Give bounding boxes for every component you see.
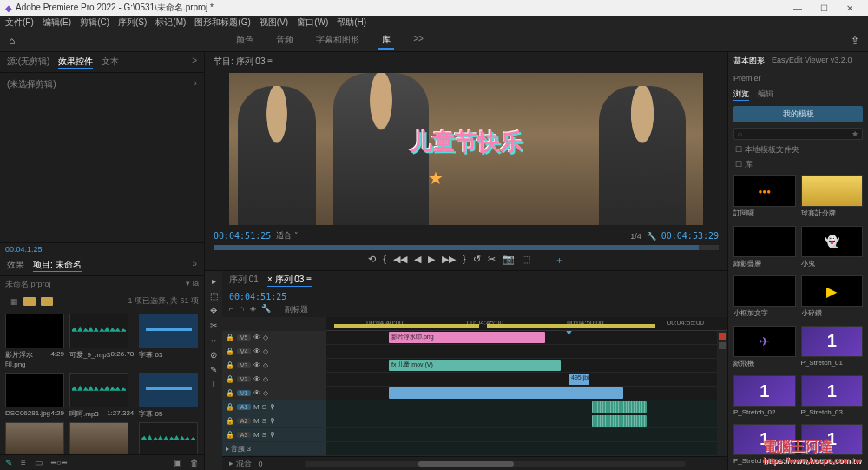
tab-essential-graphics[interactable]: 基本图形 (733, 56, 765, 67)
template-item[interactable]: 👻小鬼 (801, 226, 864, 271)
go-in-icon[interactable]: { (383, 254, 386, 267)
menu-window[interactable]: 窗口(W) (297, 17, 328, 29)
program-tc-left[interactable]: 00:04:51:25 (214, 231, 271, 241)
track-a2[interactable] (326, 414, 717, 428)
project-item[interactable]: 序列 034:53.29 (5, 422, 64, 454)
workspace-libraries[interactable]: 库 (378, 32, 394, 50)
bin-icon[interactable] (41, 297, 53, 306)
my-templates-banner[interactable]: 我的模板 (733, 106, 863, 122)
project-item[interactable]: 影片浮水印.png4:29 (5, 314, 64, 369)
list-view-icon[interactable]: ≡ (21, 458, 26, 467)
project-item[interactable]: 字幕 055:00 (139, 373, 204, 419)
template-item[interactable]: 1P_Stretch_02 (733, 375, 796, 419)
new-bin-icon[interactable]: ▣ (174, 458, 181, 467)
template-item[interactable]: 1P_Stretch_01 (801, 326, 864, 371)
export-frame-icon[interactable]: 📷 (503, 254, 515, 267)
menu-sequence[interactable]: 序列(S) (118, 17, 147, 29)
workspace-color[interactable]: 颜色 (233, 32, 257, 50)
play-icon[interactable]: ▶ (428, 254, 435, 267)
menu-help[interactable]: 帮助(H) (337, 17, 366, 29)
settings-wrench-icon[interactable]: 🔧 (261, 304, 271, 315)
track-header-v2[interactable]: 🔒V2👁◇ (222, 373, 326, 387)
chevron-right-icon[interactable]: › (194, 78, 197, 88)
search-icon[interactable]: ıa (192, 279, 199, 288)
timeline-tab-seq01[interactable]: 序列 01 (229, 274, 259, 287)
workspace-more[interactable]: >> (410, 32, 427, 50)
track-header-v1[interactable]: 🔒V1👁◇ (222, 387, 326, 400)
clip[interactable] (592, 401, 647, 413)
new-item-icon[interactable]: ✎ (5, 458, 12, 467)
home-icon[interactable]: ⌂ (9, 35, 15, 47)
local-folder-checkbox[interactable]: ☐ 本地模板文件夹 (735, 145, 799, 154)
audio-group-header[interactable]: ▸ 音频 3 (222, 442, 326, 456)
track-v4[interactable] (326, 345, 717, 359)
fit-dropdown[interactable]: 适合 ˅ (276, 230, 299, 242)
menu-clip[interactable]: 剪辑(C) (80, 17, 109, 29)
lift-icon[interactable]: ✂ (488, 254, 496, 267)
track-v3[interactable]: fx 儿童.mov (V) (326, 359, 717, 373)
tab-text[interactable]: 文本 (102, 56, 119, 69)
project-item[interactable]: DSC06281.jpg4:29 (5, 373, 64, 419)
template-item[interactable]: ●●●訂閱囉 (733, 175, 796, 221)
comparison-icon[interactable]: ⬚ (522, 254, 530, 267)
program-viewport[interactable]: 儿童节快乐 ★ (229, 73, 703, 225)
track-v1[interactable] (326, 387, 717, 400)
razor-tool-icon[interactable]: ✂ (210, 321, 217, 330)
eg-edit-tab[interactable]: 编辑 (758, 89, 773, 101)
template-item[interactable]: 小框加文字 (733, 275, 796, 321)
template-item[interactable]: ▶小碎鑽 (801, 275, 864, 321)
loop-icon[interactable]: ↺ (473, 254, 481, 267)
track-header-v3[interactable]: 🔒V3👁◇ (222, 359, 326, 373)
minimize-button[interactable]: — (785, 3, 811, 13)
hand-tool-icon[interactable]: ✎ (210, 365, 217, 374)
workspace-captions[interactable]: 字幕和图形 (312, 32, 363, 50)
slip-tool-icon[interactable]: ↔ (209, 335, 218, 345)
frame-fwd-icon[interactable]: ▶▶ (442, 254, 456, 267)
program-tc-right[interactable]: 00:04:53:29 (661, 231, 719, 241)
menu-file[interactable]: 文件(F) (5, 17, 34, 29)
menu-graphics[interactable]: 图形和标题(G) (194, 17, 250, 29)
settings-icon[interactable]: 🔧 (647, 232, 656, 241)
project-item[interactable]: 呵呵.mp31:27.324 (69, 373, 134, 419)
timeline-tc[interactable]: 00:04:51:25 (229, 292, 286, 301)
timeline-tab-seq03[interactable]: × 序列 03 ≡ (267, 274, 312, 287)
freeform-view-icon[interactable]: ▭ (35, 458, 43, 467)
source-overflow-icon[interactable]: > (192, 56, 197, 69)
template-item[interactable]: ✈紙飛機 (733, 326, 796, 371)
track-v5[interactable]: 影片浮水印.png (326, 331, 717, 345)
trash-icon[interactable]: 🗑 (190, 458, 199, 467)
tab-project[interactable]: 项目: 未命名 (33, 259, 82, 272)
marker-red-icon[interactable] (719, 333, 726, 340)
project-item[interactable]: 4f9fc9a8e2454343… (69, 422, 134, 454)
favorite-icon[interactable]: ★ (852, 129, 858, 138)
add-button-icon[interactable]: ＋ (555, 254, 564, 267)
project-item[interactable]: 5c949f4e0b956…1:43.42 (139, 422, 204, 454)
eg-browse-tab[interactable]: 浏览 (733, 89, 749, 101)
link-icon[interactable]: ∩ (239, 304, 244, 315)
zoom-slider[interactable]: ━○━ (51, 458, 67, 467)
clip[interactable] (389, 387, 623, 399)
eg-search-input[interactable]: ⌕ ★ (733, 128, 863, 140)
bin-icon[interactable] (23, 297, 36, 306)
libraries-checkbox[interactable]: ☐ 库 (735, 160, 753, 169)
track-header-a3[interactable]: 🔒A3MS🎙 (222, 428, 326, 442)
go-out-icon[interactable]: } (463, 254, 466, 267)
clip[interactable]: 495.jbi (569, 374, 589, 385)
export-icon[interactable]: ⇪ (851, 35, 859, 47)
program-scrubber[interactable] (214, 245, 719, 250)
template-item[interactable]: 1P_Stretch_05 (801, 424, 864, 467)
track-header-a2[interactable]: 🔒A2MS🎙 (222, 414, 326, 428)
clip[interactable]: fx 儿童.mov (V) (389, 360, 561, 371)
template-item[interactable]: 1P_Stretch_04 (733, 424, 796, 467)
track-v2[interactable]: fx fruit.gif495.jbi (326, 373, 717, 387)
timeline-zoom-scrollbar[interactable] (305, 461, 686, 467)
ripple-tool-icon[interactable]: ✥ (210, 306, 217, 315)
tab-easyedit[interactable]: EasyEdit Viewer v3.2.0 (772, 56, 852, 67)
grid-view-icon[interactable]: ▦ (10, 297, 18, 306)
track-header-v4[interactable]: 🔒V4👁◇ (222, 345, 326, 359)
tab-premier[interactable]: Premier (733, 74, 761, 83)
project-overflow-icon[interactable]: » (192, 259, 197, 272)
tab-source[interactable]: 源:(无剪辑) (7, 56, 49, 69)
tab-effect-controls[interactable]: 效果控件 (58, 56, 93, 69)
track-select-tool-icon[interactable]: ⬚ (210, 291, 218, 301)
